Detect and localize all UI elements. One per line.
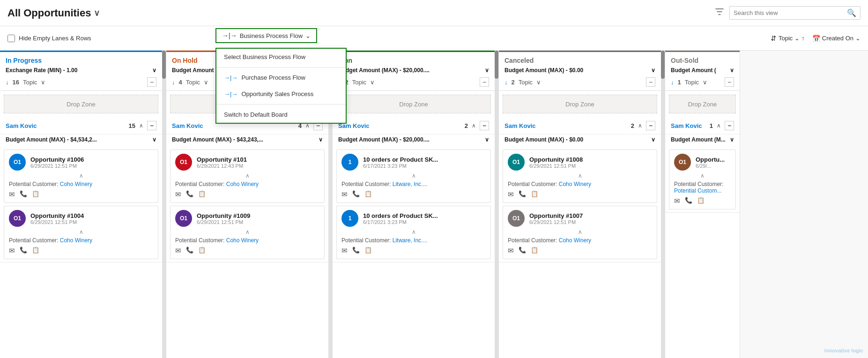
filter-icon[interactable] [715,7,724,18]
topic-chevron-icon[interactable]: ∨ [536,79,541,86]
lane-collapse-button[interactable]: − [646,121,655,130]
lane-collapse-button[interactable]: − [480,121,489,130]
drop-zone-canceled[interactable]: Drop Zone [503,95,657,113]
customer-link[interactable]: Coho Winery [559,181,591,187]
lane-chevron-icon[interactable]: ∧ [139,122,143,129]
card-expand-icon[interactable]: ∧ [175,229,319,235]
customer-link[interactable]: Coho Winery [559,237,591,244]
phone-icon[interactable]: 📞 [519,190,526,199]
lane-budget-chevron-icon[interactable]: ∨ [152,136,156,143]
card-expand-icon[interactable]: ∧ [341,229,486,235]
email-icon[interactable]: ✉ [175,190,181,199]
topic-chevron-icon[interactable]: ∨ [204,79,208,86]
document-icon[interactable]: 📋 [697,197,705,205]
hide-empty-checkbox[interactable] [7,35,15,42]
document-icon[interactable]: 📋 [198,190,206,199]
card-title[interactable]: Opportunity #1009 [197,212,319,219]
lane-owner[interactable]: Sam Kovic [172,122,203,129]
column-collapse-button-won[interactable]: − [480,77,489,87]
customer-link[interactable]: Potential Custom... [674,187,721,194]
phone-icon[interactable]: 📞 [352,246,360,255]
card-expand-icon[interactable]: ∧ [175,172,319,179]
document-icon[interactable]: 📋 [531,190,538,199]
customer-link[interactable]: Coho Winery [226,181,259,187]
menu-item-select-bpf[interactable]: Select Business Process Flow [216,49,346,65]
email-icon[interactable]: ✉ [508,190,514,199]
card-title[interactable]: Opportunity #1007 [529,212,652,219]
card-expand-icon[interactable]: ∧ [674,172,731,179]
phone-icon[interactable]: 📞 [20,246,27,255]
scrollbar-in-progress[interactable] [162,51,166,358]
email-icon[interactable]: ✉ [9,190,15,199]
card-expand-icon[interactable]: ∧ [9,229,153,235]
email-icon[interactable]: ✉ [674,197,680,205]
phone-icon[interactable]: 📞 [519,246,526,255]
topic-chevron-icon[interactable]: ∨ [703,79,707,86]
email-icon[interactable]: ✉ [9,246,15,255]
card-expand-icon[interactable]: ∧ [508,229,652,235]
budget-chevron-icon[interactable]: ∨ [730,67,734,74]
bpf-button[interactable]: →|→ Business Process Flow ⌄ [215,28,317,43]
email-icon[interactable]: ✉ [341,246,348,255]
budget-chevron-icon[interactable]: ∨ [651,67,655,74]
menu-item-switch-default[interactable]: Switch to Default Board [216,106,346,123]
customer-link[interactable]: Litware, Inc.... [393,237,428,244]
card-expand-icon[interactable]: ∧ [508,172,652,179]
phone-icon[interactable]: 📞 [186,190,193,199]
drop-zone-out-sold[interactable]: Drop Zone [669,95,736,113]
lane-owner[interactable]: Sam Kovic [6,122,37,129]
drop-zone-in-progress[interactable]: Drop Zone [4,95,158,113]
card-title[interactable]: Opportunity #101 [197,156,319,163]
email-icon[interactable]: ✉ [341,190,348,199]
card-expand-icon[interactable]: ∧ [341,172,486,179]
menu-item-purchase-flow[interactable]: →|→ Purchase Process Flow [216,69,346,86]
lane-budget-chevron-icon[interactable]: ∨ [651,136,655,143]
document-icon[interactable]: 📋 [531,246,538,255]
document-icon[interactable]: 📋 [198,246,206,255]
document-icon[interactable]: 📋 [364,190,372,199]
budget-chevron-icon[interactable]: ∨ [152,67,156,74]
customer-link[interactable]: Coho Winery [226,237,259,244]
phone-icon[interactable]: 📞 [352,190,360,199]
topic-chevron-icon[interactable]: ∨ [370,79,375,86]
card-expand-icon[interactable]: ∧ [9,172,153,179]
card-title[interactable]: 10 orders of Product SK... [363,212,486,219]
document-icon[interactable]: 📋 [364,246,372,255]
sort-control[interactable]: ⇵ Topic ⌄ ↑ [771,34,805,43]
card-title[interactable]: 10 orders or Product SK... [363,156,486,163]
card-title[interactable]: Opportunity #1006 [30,156,153,163]
card-title[interactable]: Opportu... [696,156,731,163]
menu-item-opportunity-sales[interactable]: →|→ Opportunity Sales Process [216,86,346,102]
scrollbar-won[interactable] [495,51,498,358]
lane-budget-chevron-icon[interactable]: ∨ [730,136,734,143]
lane-collapse-button[interactable]: − [147,121,156,130]
lane-chevron-icon[interactable]: ∧ [638,122,642,129]
lane-chevron-icon[interactable]: ∧ [472,122,476,129]
column-collapse-button-out-sold[interactable]: − [725,77,734,87]
card-title[interactable]: Opportunity #1008 [529,156,652,163]
customer-link[interactable]: Coho Winery [60,181,92,187]
lane-owner[interactable]: Sam Kovic [504,122,535,129]
phone-icon[interactable]: 📞 [20,190,27,199]
lane-owner[interactable]: Sam Kovic [671,122,702,129]
topic-chevron-icon[interactable]: ∨ [41,79,45,86]
drop-zone-won[interactable]: Drop Zone [336,95,491,113]
document-icon[interactable]: 📋 [32,190,39,199]
phone-icon[interactable]: 📞 [685,197,692,205]
lane-collapse-button[interactable]: − [725,121,734,130]
lane-chevron-icon[interactable]: ∧ [717,122,721,129]
budget-chevron-icon[interactable]: ∨ [485,67,489,74]
column-collapse-button-canceled[interactable]: − [646,77,655,87]
scrollbar-canceled[interactable] [661,51,665,358]
title-chevron[interactable]: ∨ [94,8,100,18]
lane-budget-chevron-icon[interactable]: ∨ [485,136,489,143]
search-input[interactable] [734,9,843,16]
card-title[interactable]: Opportunity #1004 [30,212,153,219]
created-on-control[interactable]: 📅 Created On ⌄ [812,35,861,42]
phone-icon[interactable]: 📞 [186,246,193,255]
email-icon[interactable]: ✉ [508,246,514,255]
column-collapse-button-in-progress[interactable]: − [147,77,156,87]
customer-link[interactable]: Litware, Inc.... [393,181,428,187]
customer-link[interactable]: Coho Winery [60,237,92,244]
document-icon[interactable]: 📋 [32,246,39,255]
